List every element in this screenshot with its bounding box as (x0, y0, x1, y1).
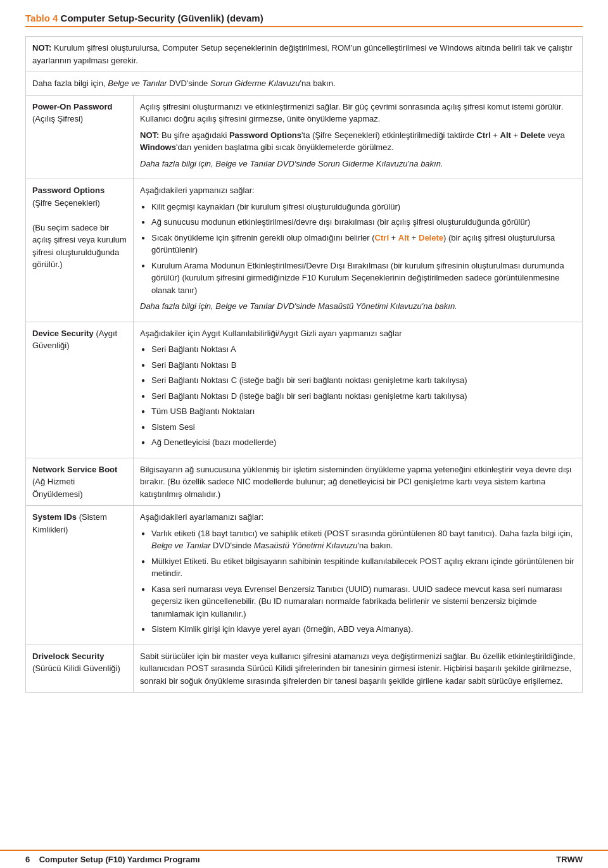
drivelock-title: Drivelock Security (32, 651, 104, 661)
ds-intro: Aşağıdakiler için Aygıt Kullanılabilirli… (140, 327, 576, 340)
password-options-right: Aşağıdakileri yapmanızı sağlar: Kilit ge… (134, 179, 583, 322)
ds-bullet-4: Seri Bağlantı Noktası D (isteğe bağlı bi… (140, 390, 576, 403)
ds-bullets: Seri Bağlantı Noktası A Seri Bağlantı No… (140, 343, 576, 449)
password-options-left: Password Options (Şifre Seçenekleri) (Bu… (26, 179, 134, 322)
password-options-title: Password Options (32, 186, 104, 195)
drivelock-text: Sabit sürücüler için bir master veya kul… (140, 650, 576, 688)
power-on-not: NOT: Bu şifre aşağıdaki Password Options… (140, 129, 576, 154)
nsb-title: Network Service Boot (32, 465, 117, 474)
sids-right: Aşağıdakileri ayarlamanızı sağlar: Varlı… (134, 506, 583, 645)
footer-left: 6 Computer Setup (F10) Yardımcı Programı (25, 855, 200, 864)
power-on-daha: Daha fazla bilgi için, Belge ve Tanılar … (140, 158, 576, 170)
daha1-cell: Daha fazla bilgi için, Belge ve Tanılar … (26, 72, 583, 96)
nsb-text: Bilgisayarın ağ sunucusuna yüklenmiş bir… (140, 463, 576, 501)
not2-windows: Windows (140, 142, 176, 152)
main-table: NOT: Kurulum şifresi oluşturulursa, Comp… (25, 36, 583, 693)
power-on-left: Power-On Password (Açılış Şifresi) (26, 95, 134, 179)
network-service-boot-row: Network Service Boot (Ağ Hizmeti Önyükle… (26, 458, 583, 506)
power-on-p1: Açılış şifresini oluşturmanızı ve etkinl… (140, 101, 576, 125)
password-options-sub: (Şifre Seçenekleri) (32, 198, 100, 208)
sids-bullets: Varlık etiketi (18 bayt tanıtıcı) ve sah… (140, 527, 576, 636)
not-row: NOT: Kurulum şifresi oluşturulursa, Comp… (26, 37, 583, 72)
po-bullet-2: Ağ sunucusu modunun etkinleştirilmesi/de… (140, 216, 576, 229)
po-intro: Aşağıdakileri yapmanızı sağlar: (140, 184, 576, 197)
sids-bullet-4: Sistem Kimlik girişi için klavye yerel a… (140, 623, 576, 636)
po-bullet-1: Kilit geçmişi kaynakları (bir kurulum şi… (140, 201, 576, 213)
drivelock-row: Drivelock Security (Sürücü Kilidi Güvenl… (26, 645, 583, 693)
not2-po: Password Options (229, 130, 301, 140)
not2-label: NOT: (140, 130, 159, 140)
device-security-right: Aşağıdakiler için Aygıt Kullanılabilirli… (134, 322, 583, 458)
nsb-sub: (Ağ Hizmeti Önyüklemesi) (32, 477, 82, 499)
drivelock-sub: (Sürücü Kilidi Güvenliği) (32, 664, 120, 673)
nsb-right: Bilgisayarın ağ sunucusuna yüklenmiş bir… (134, 458, 583, 506)
not2-alt: Alt (500, 130, 511, 140)
not-cell: NOT: Kurulum şifresi oluşturulursa, Comp… (26, 37, 583, 72)
not-text: Kurulum şifresi oluşturulursa, Computer … (32, 43, 573, 65)
page-number: 6 (25, 855, 30, 864)
drivelock-left: Drivelock Security (Sürücü Kilidi Güvenl… (26, 645, 134, 693)
ds-bullet-5: Tüm USB Bağlantı Noktaları (140, 405, 576, 418)
po-bullet-3: Sıcak önyükleme için şifrenin gerekli ol… (140, 232, 576, 256)
page-footer: 6 Computer Setup (F10) Yardımcı Programı… (0, 850, 608, 868)
not-label: NOT: (32, 43, 51, 53)
ds-bullet-7: Ağ Denetleyicisi (bazı modellerde) (140, 436, 576, 449)
page-container: Tablo 4 Computer Setup-Security (Güvenli… (0, 0, 608, 731)
drivelock-right: Sabit sürücüler için bir master veya kul… (134, 645, 583, 693)
page-header: Tablo 4 Computer Setup-Security (Güvenli… (25, 13, 583, 27)
password-options-extra: (Bu seçim sadece bir açılış şifresi veya… (32, 223, 127, 270)
sids-bullet-3: Kasa seri numarası veya Evrensel Benzers… (140, 583, 576, 620)
ds-bullet-1: Seri Bağlantı Noktası A (140, 343, 576, 356)
password-options-row: Password Options (Şifre Seçenekleri) (Bu… (26, 179, 583, 322)
system-ids-row: System IDs (Sistem Kimlikleri) Aşağıdaki… (26, 506, 583, 645)
sids-title: System IDs (32, 512, 77, 522)
power-on-sub: (Açılış Şifresi) (32, 114, 83, 123)
sids-intro: Aşağıdakileri ayarlamanızı sağlar: (140, 511, 576, 524)
footer-title: Computer Setup (F10) Yardımcı Programı (39, 855, 200, 864)
power-on-row: Power-On Password (Açılış Şifresi) Açılı… (26, 95, 583, 179)
device-security-title: Device Security (32, 329, 94, 338)
sids-bullet-1: Varlık etiketi (18 bayt tanıtıcı) ve sah… (140, 527, 576, 552)
daha1-italic1: Belge ve Tanılar (108, 79, 167, 88)
page-title: Tablo 4 Computer Setup-Security (Güvenli… (25, 13, 583, 23)
nsb-left: Network Service Boot (Ağ Hizmeti Önyükle… (26, 458, 134, 506)
tablo-label: Tablo 4 (25, 13, 58, 23)
power-on-right: Açılış şifresini oluşturmanızı ve etkinl… (134, 95, 583, 179)
po-bullets: Kilit geçmişi kaynakları (bir kurulum şi… (140, 201, 576, 297)
daha1-italic2: Sorun Giderme Kılavuzu (210, 79, 300, 88)
footer-brand: TRWW (556, 855, 583, 864)
not2-ctrl: Ctrl (476, 130, 490, 140)
device-security-left: Device Security (Aygıt Güvenliği) (26, 322, 134, 458)
sids-left: System IDs (Sistem Kimlikleri) (26, 506, 134, 645)
ds-bullet-6: Sistem Sesi (140, 421, 576, 434)
ds-bullet-3: Seri Bağlantı Noktası C (isteğe bağlı bi… (140, 374, 576, 387)
daha1-row: Daha fazla bilgi için, Belge ve Tanılar … (26, 72, 583, 96)
not2-delete: Delete (521, 130, 545, 140)
po-bullet-4: Kurulum Arama Modunun Etkinleştirilmesi/… (140, 260, 576, 297)
ds-bullet-2: Seri Bağlantı Noktası B (140, 359, 576, 372)
device-security-row: Device Security (Aygıt Güvenliği) Aşağıd… (26, 322, 583, 458)
po-daha: Daha fazla bilgi için, Belge ve Tanılar … (140, 300, 576, 313)
sids-bullet-2: Mülkiyet Etiketi. Bu etiket bilgisayarın… (140, 555, 576, 580)
power-on-title: Power-On Password (32, 102, 112, 111)
